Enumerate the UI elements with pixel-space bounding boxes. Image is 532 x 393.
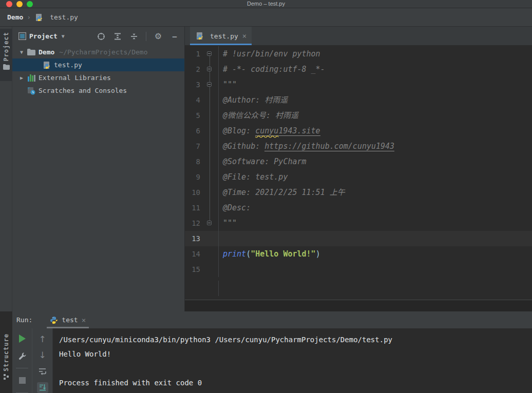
code-line-15[interactable]: 15 <box>185 262 532 277</box>
tool-window-button-structure[interactable]: Structure <box>0 330 12 388</box>
arrow-down-icon[interactable]: ↓ <box>37 350 48 361</box>
editor-tab-label: test.py <box>210 32 238 40</box>
line-number[interactable]: 15 <box>185 262 200 277</box>
line-number[interactable]: 14 <box>185 246 200 262</box>
token-comment[interactable]: https://github.com/cunyu1943 <box>264 142 394 151</box>
tree-row-test-py[interactable]: test.py <box>12 58 184 71</box>
console-toolbar: ↑ ↓ <box>32 328 52 393</box>
pycharm-window: Demo – test.py Demo › test.py Project <box>0 0 532 393</box>
line-number[interactable]: 9 <box>185 169 200 185</box>
code-editor[interactable]: 1# !usr/bin/env python2# -*- coding:utf-… <box>185 45 532 311</box>
line-number[interactable]: 6 <box>185 123 200 139</box>
tree-row-scratches-and-consoles[interactable]: Scratches and Consoles <box>12 84 184 97</box>
gutter-fold-column <box>200 200 219 215</box>
code-line-4[interactable]: 4@Author: 村雨遥 <box>185 92 532 108</box>
code-line-12[interactable]: 12""" <box>185 215 532 231</box>
rerun-icon[interactable] <box>16 333 28 344</box>
tool-window-button-project[interactable]: Project <box>0 29 12 81</box>
structure-icon <box>4 374 9 380</box>
code-line-9[interactable]: 9@File: test.py <box>185 169 532 185</box>
token-paren: ) <box>316 249 320 259</box>
settings-wrench-icon[interactable] <box>16 351 28 362</box>
collapse-all-icon[interactable] <box>129 32 139 41</box>
chevron-down-icon[interactable]: ▼ <box>62 33 65 39</box>
editor-area: test.py × 1# !usr/bin/env python2# -*- c… <box>185 27 532 311</box>
chevron-right-icon[interactable]: ▶ <box>16 75 27 81</box>
close-window-button[interactable] <box>6 1 12 7</box>
arrow-up-icon[interactable]: ↑ <box>37 333 48 345</box>
chevron-down-icon[interactable]: ▼ <box>16 49 27 55</box>
project-panel-title[interactable]: Project <box>29 32 58 40</box>
line-number[interactable]: 12 <box>185 215 200 231</box>
code-line-1[interactable]: 1# !usr/bin/env python <box>185 46 532 62</box>
run-tab-test[interactable]: test × <box>47 311 89 328</box>
gutter-fold-column <box>200 231 219 246</box>
run-tab-label: test <box>62 316 78 324</box>
console-line <box>59 361 532 376</box>
fold-marker-icon[interactable] <box>207 51 212 56</box>
code-text: @Github: https://github.com/cunyu1943 <box>219 139 394 154</box>
code-line-2[interactable]: 2# -*- coding:utf-8 _*- <box>185 62 532 77</box>
scroll-to-end-icon[interactable] <box>37 382 48 393</box>
code-text: # -*- coding:utf-8 _*- <box>219 62 325 77</box>
code-line-7[interactable]: 7@Github: https://github.com/cunyu1943 <box>185 139 532 154</box>
token-comment[interactable]: cunyu <box>255 126 278 136</box>
code-line-13[interactable]: 13 <box>185 231 532 246</box>
code-line-8[interactable]: 8@Software: PyCharm <box>185 154 532 169</box>
python-file-icon <box>42 61 51 69</box>
editor-tab-testpy[interactable]: test.py × <box>190 27 252 45</box>
gutter-fold-column <box>200 108 219 123</box>
editor-tab-bar: test.py × <box>185 27 532 45</box>
expand-all-icon[interactable] <box>113 32 122 41</box>
breadcrumb: Demo › test.py <box>0 8 532 27</box>
fold-marker-icon[interactable] <box>207 221 212 225</box>
line-number[interactable]: 10 <box>185 185 200 200</box>
close-run-tab-icon[interactable]: × <box>82 316 86 324</box>
run-tab-underline <box>47 327 89 328</box>
locate-file-icon[interactable] <box>97 32 106 41</box>
project-tree: ▼Demo~/PycharmProjects/Demotest.py▶Exter… <box>12 46 184 311</box>
gutter-fold-column <box>200 262 219 277</box>
breadcrumb-project[interactable]: Demo <box>7 13 23 21</box>
scratches-icon <box>27 87 36 95</box>
close-tab-icon[interactable]: × <box>242 32 246 40</box>
tree-row-external-libraries[interactable]: ▶External Libraries <box>12 71 184 84</box>
code-line-14[interactable]: 14print("Hello World!") <box>185 246 532 262</box>
token-comment[interactable]: 1943.site <box>278 126 320 136</box>
line-number[interactable]: 4 <box>185 92 200 108</box>
line-number[interactable]: 5 <box>185 108 200 123</box>
console-line: Process finished with exit code 0 <box>59 376 532 390</box>
code-line-11[interactable]: 11@Desc: <box>185 200 532 215</box>
soft-wrap-icon[interactable] <box>37 366 48 377</box>
line-number[interactable]: 2 <box>185 62 200 77</box>
line-number[interactable]: 3 <box>185 77 200 92</box>
hide-panel-icon[interactable]: — <box>170 32 179 41</box>
run-console-output[interactable]: /Users/cunyu/miniconda3/bin/python3 /Use… <box>52 328 532 393</box>
minimize-window-button[interactable] <box>16 1 23 7</box>
code-line-5[interactable]: 5@微信公众号: 村雨遥 <box>185 108 532 123</box>
line-number[interactable]: 13 <box>185 231 200 246</box>
settings-gear-icon[interactable]: ⚙ <box>154 32 163 41</box>
python-file-icon <box>34 13 44 22</box>
token-comment: @Software: PyCharm <box>223 157 307 166</box>
fold-marker-icon[interactable] <box>207 82 212 87</box>
line-number[interactable]: 8 <box>185 154 200 169</box>
editor-tail <box>185 277 532 300</box>
line-number[interactable]: 7 <box>185 139 200 154</box>
code-line-10[interactable]: 10@Time: 2021/2/25 11:51 上午 <box>185 185 532 200</box>
token-string: "Hello World!" <box>251 249 315 259</box>
tree-row-demo[interactable]: ▼Demo~/PycharmProjects/Demo <box>12 46 184 58</box>
code-line-6[interactable]: 6@Blog: cunyu1943.site <box>185 123 532 139</box>
line-number[interactable]: 1 <box>185 46 200 62</box>
breadcrumb-file[interactable]: test.py <box>50 13 78 21</box>
code-line-3[interactable]: 3""" <box>185 77 532 92</box>
project-tool-window: Project ▼ <box>12 27 185 311</box>
line-number[interactable]: 11 <box>185 200 200 215</box>
stop-icon[interactable] <box>16 375 28 386</box>
tree-item-label: Scratches and Consoles <box>39 87 127 94</box>
fold-marker-icon[interactable] <box>207 67 212 71</box>
zoom-window-button[interactable] <box>27 1 33 7</box>
gutter-fold-column <box>200 246 219 262</box>
token-keyword: print <box>223 249 246 259</box>
token-comment: @File: test.py <box>223 172 288 182</box>
